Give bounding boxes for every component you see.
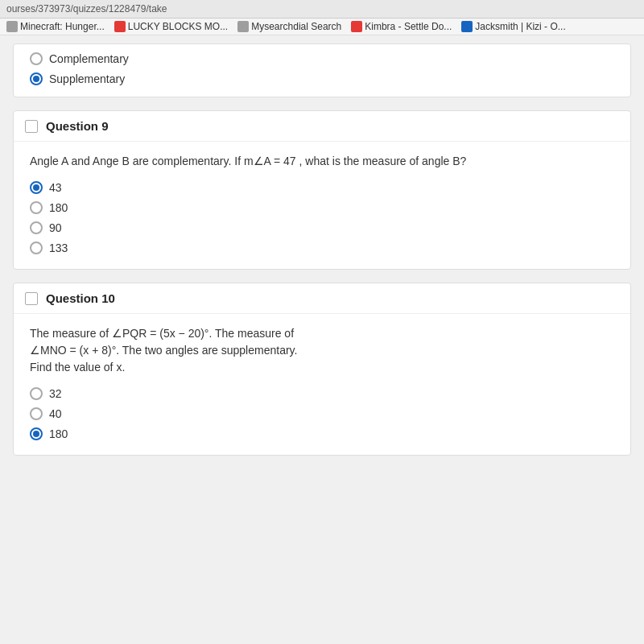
question10-option-40[interactable]: 40	[30, 407, 614, 420]
option-q9-43-label: 43	[49, 181, 62, 194]
page-content: Complementary Supplementary Question 9 A…	[0, 35, 644, 477]
question10-text-line1: The measure of ∠PQR = (5x − 20)°. The me…	[30, 325, 614, 342]
radio-q10-180[interactable]	[30, 427, 43, 440]
option-complementary[interactable]: Complementary	[30, 52, 614, 65]
question10-text: The measure of ∠PQR = (5x − 20)°. The me…	[30, 325, 614, 376]
question9-option-180[interactable]: 180	[30, 201, 614, 214]
bookmark-bm2[interactable]: LUCKY BLOCKS MO...	[114, 21, 228, 32]
question9-title: Question 9	[46, 119, 109, 133]
address-bar[interactable]: ourses/373973/quizzes/1228479/take	[0, 0, 644, 19]
bookmark-icon-bm3	[237, 21, 249, 32]
radio-q9-90[interactable]	[30, 221, 43, 234]
radio-q9-43[interactable]	[30, 181, 43, 194]
question10-option-180[interactable]: 180	[30, 427, 614, 440]
radio-q10-40[interactable]	[30, 407, 43, 420]
question10-text-line3: Find the value of x.	[30, 359, 614, 376]
bookmark-icon-bm2	[114, 21, 126, 32]
question10-text-line2: ∠MNO = (x + 8)°. The two angles are supp…	[30, 342, 614, 359]
option-q9-90-label: 90	[49, 221, 62, 234]
option-q10-180-label: 180	[49, 427, 68, 440]
question9-checkbox[interactable]	[25, 120, 38, 133]
radio-supplementary-fill	[33, 76, 39, 82]
option-supplementary[interactable]: Supplementary	[30, 72, 614, 85]
question10-options: 32 40 180	[30, 387, 614, 440]
question9-header: Question 9	[14, 111, 630, 142]
question10-section: Question 10 The measure of ∠PQR = (5x − …	[13, 283, 631, 456]
question10-checkbox[interactable]	[25, 292, 38, 305]
partial-question-section: Complementary Supplementary	[13, 43, 631, 97]
question9-option-90[interactable]: 90	[30, 221, 614, 234]
option-supplementary-label: Supplementary	[49, 72, 125, 85]
bookmark-bm3[interactable]: Mysearchdial Search	[237, 21, 341, 32]
partial-options-list: Complementary Supplementary	[30, 52, 614, 85]
option-q10-40-label: 40	[49, 407, 62, 420]
question9-text: Angle A and Ange B are complementary. If…	[30, 153, 614, 170]
question9-options: 43 180 90 133	[30, 181, 614, 254]
radio-q9-133[interactable]	[30, 242, 43, 254]
option-q9-133-label: 133	[49, 242, 68, 254]
question10-option-32[interactable]: 32	[30, 387, 614, 400]
bookmark-bm5[interactable]: Jacksmith | Kizi - O...	[461, 21, 565, 32]
question10-title: Question 10	[46, 291, 115, 305]
radio-supplementary[interactable]	[30, 72, 43, 85]
bookmark-label-bm5: Jacksmith | Kizi - O...	[475, 21, 565, 32]
question9-section: Question 9 Angle A and Ange B are comple…	[13, 110, 631, 270]
option-q9-180-label: 180	[49, 201, 68, 214]
option-complementary-label: Complementary	[49, 52, 129, 65]
radio-complementary[interactable]	[30, 52, 43, 65]
radio-q9-43-fill	[33, 184, 39, 191]
url-text: ourses/373973/quizzes/1228479/take	[6, 3, 167, 14]
question9-body: Angle A and Ange B are complementary. If…	[14, 142, 630, 269]
bookmark-icon-bm1	[6, 21, 18, 32]
option-q10-32-label: 32	[49, 387, 62, 400]
bookmark-bm4[interactable]: Kimbra - Settle Do...	[351, 21, 452, 32]
bookmarks-bar: Minecraft: Hunger...LUCKY BLOCKS MO...My…	[0, 19, 644, 35]
question9-option-133[interactable]: 133	[30, 242, 614, 254]
bookmark-icon-bm5	[461, 21, 473, 32]
question9-option-43[interactable]: 43	[30, 181, 614, 194]
radio-q10-180-fill	[33, 431, 39, 437]
question9-text-content: Angle A and Ange B are complementary. If…	[30, 155, 466, 167]
question10-header: Question 10	[14, 283, 630, 314]
question10-body: The measure of ∠PQR = (5x − 20)°. The me…	[14, 314, 630, 455]
bookmark-label-bm3: Mysearchdial Search	[251, 21, 341, 32]
radio-q10-32[interactable]	[30, 387, 43, 400]
bookmark-label-bm2: LUCKY BLOCKS MO...	[128, 21, 228, 32]
bookmark-icon-bm4	[351, 21, 362, 32]
bookmark-label-bm4: Kimbra - Settle Do...	[365, 21, 452, 32]
bookmark-label-bm1: Minecraft: Hunger...	[20, 21, 105, 32]
radio-q9-180[interactable]	[30, 201, 43, 214]
bookmark-bm1[interactable]: Minecraft: Hunger...	[6, 21, 105, 32]
